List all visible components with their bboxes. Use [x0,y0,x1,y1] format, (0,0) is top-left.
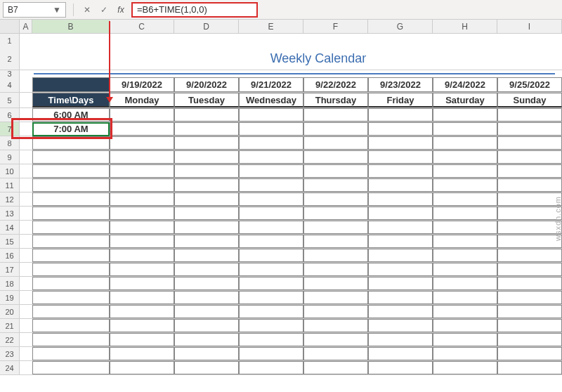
cell[interactable] [20,235,32,248]
time-cell[interactable]: 6:00 AM [32,108,110,122]
cell[interactable] [20,34,32,48]
col-header-A[interactable]: A [20,20,32,33]
cell[interactable] [174,192,239,206]
cell[interactable] [20,150,32,164]
cell[interactable] [368,235,433,248]
col-header-C[interactable]: C [110,20,174,33]
cell[interactable] [368,347,433,360]
cell[interactable] [174,263,239,276]
cell[interactable] [497,347,562,360]
cell[interactable] [32,150,110,164]
cell[interactable] [497,277,562,290]
cell[interactable] [303,263,368,276]
cell[interactable] [368,305,433,318]
cell[interactable] [110,305,174,318]
row-header-7[interactable]: 7 [0,122,20,136]
row-header-24[interactable]: 24 [0,361,20,374]
cell[interactable] [32,136,110,150]
row-header-22[interactable]: 22 [0,333,20,346]
date-cell[interactable]: 9/23/2022 [368,77,433,92]
cell[interactable] [110,192,174,206]
cell[interactable] [110,34,174,48]
cell[interactable] [174,150,239,164]
cell[interactable] [110,319,174,332]
cell[interactable] [20,136,32,150]
row-header-12[interactable]: 12 [0,192,20,206]
cell[interactable] [32,178,110,192]
cell[interactable] [303,150,368,164]
cell[interactable] [239,192,303,206]
cell[interactable] [110,150,174,164]
row-header-11[interactable]: 11 [0,178,20,192]
cell[interactable] [303,347,368,360]
cell[interactable] [239,347,303,360]
cell[interactable] [368,249,433,262]
cell[interactable] [497,249,562,262]
cell[interactable] [20,192,32,206]
cell[interactable] [32,77,110,92]
cell[interactable] [32,164,110,178]
cell[interactable] [174,305,239,318]
cell[interactable] [239,150,303,164]
row-header-13[interactable]: 13 [0,207,20,220]
title-cell[interactable]: Weekly Calendar [32,48,562,70]
row-header-23[interactable]: 23 [0,347,20,360]
row-header-4[interactable]: 4 [0,77,20,92]
cell[interactable] [32,263,110,276]
row-header-6[interactable]: 6 [0,108,20,122]
cell[interactable] [303,277,368,290]
cell[interactable] [368,361,433,374]
cell[interactable] [433,235,497,248]
cell[interactable] [174,249,239,262]
cell[interactable] [110,164,174,178]
cell[interactable] [32,221,110,234]
cell[interactable] [32,207,110,220]
cell[interactable] [20,333,32,346]
cell[interactable] [303,305,368,318]
cell[interactable] [174,221,239,234]
cell[interactable] [303,207,368,220]
cell[interactable] [239,122,303,136]
cell[interactable] [20,70,32,77]
cell[interactable] [239,164,303,178]
row-header-2[interactable]: 2 [0,48,20,70]
col-header-D[interactable]: D [174,20,239,33]
cell[interactable] [433,221,497,234]
col-header-E[interactable]: E [239,20,303,33]
cell[interactable] [239,207,303,220]
cell[interactable] [303,249,368,262]
cell[interactable] [20,48,32,70]
cell[interactable] [239,305,303,318]
cell[interactable] [433,291,497,304]
cell[interactable] [239,178,303,192]
cell[interactable] [368,207,433,220]
cell[interactable] [497,164,562,178]
cell[interactable] [433,136,497,150]
cell[interactable] [110,221,174,234]
col-header-H[interactable]: H [433,20,497,33]
row-header-5[interactable]: 5 [0,93,20,107]
cell[interactable] [20,277,32,290]
cell[interactable] [368,178,433,192]
cell[interactable] [303,221,368,234]
cell[interactable] [303,235,368,248]
cell[interactable] [110,333,174,346]
date-cell[interactable]: 9/20/2022 [174,77,239,92]
day-cell[interactable]: Friday [368,93,433,107]
cell[interactable] [433,122,497,136]
cell[interactable] [174,136,239,150]
cell[interactable] [497,361,562,374]
day-cell[interactable]: Sunday [497,93,562,107]
cell[interactable] [20,164,32,178]
row-header-17[interactable]: 17 [0,263,20,276]
cell[interactable] [433,361,497,374]
cell[interactable] [32,235,110,248]
row-header-18[interactable]: 18 [0,277,20,290]
cell[interactable] [20,361,32,374]
cell[interactable] [368,319,433,332]
cell[interactable] [303,108,368,122]
col-header-B[interactable]: B [32,20,110,33]
cell[interactable] [174,347,239,360]
cell[interactable] [497,122,562,136]
cell[interactable] [20,347,32,360]
